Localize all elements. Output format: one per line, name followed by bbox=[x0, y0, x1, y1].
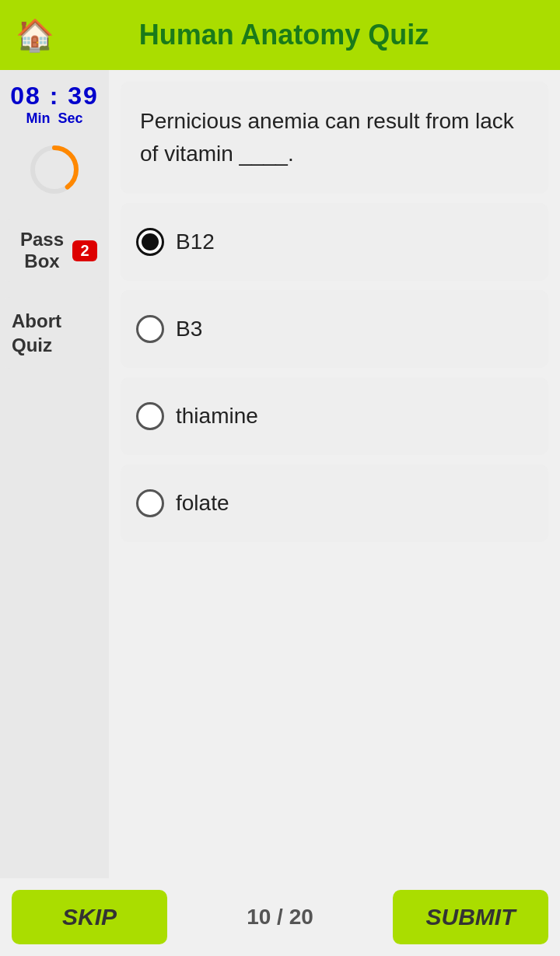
timer-spinner-icon bbox=[27, 142, 82, 197]
radio-b12-fill bbox=[142, 233, 159, 250]
option-thiamine-label: thiamine bbox=[176, 404, 258, 429]
radio-b12 bbox=[136, 228, 164, 256]
radio-b3 bbox=[136, 315, 164, 343]
abort-quiz-button[interactable]: Abort Quiz bbox=[4, 297, 105, 369]
sidebar: 08 : 39 Min Sec Pass Box 2 Abort Quiz bbox=[0, 70, 109, 878]
answer-option-folate[interactable]: folate bbox=[121, 464, 548, 542]
timer-section: 08 : 39 Min Sec bbox=[10, 82, 99, 127]
option-b3-label: B3 bbox=[176, 317, 202, 341]
abort-quiz-label: Abort Quiz bbox=[12, 310, 61, 355]
bottom-bar: SKIP 10 / 20 SUBMIT bbox=[0, 878, 560, 956]
page-title: Human Anatomy Quiz bbox=[70, 19, 498, 51]
home-icon[interactable]: 🏠 bbox=[16, 17, 54, 54]
pass-box-button[interactable]: Pass Box 2 bbox=[4, 219, 105, 282]
radio-thiamine bbox=[136, 402, 164, 430]
skip-label: SKIP bbox=[62, 904, 117, 930]
timer-display: 08 : 39 bbox=[10, 82, 99, 110]
answer-option-thiamine[interactable]: thiamine bbox=[121, 377, 548, 455]
spinner-container bbox=[27, 142, 82, 200]
skip-button[interactable]: SKIP bbox=[12, 890, 167, 944]
answer-option-b3[interactable]: B3 bbox=[121, 290, 548, 368]
header: 🏠 Human Anatomy Quiz bbox=[0, 0, 560, 70]
option-folate-label: folate bbox=[176, 491, 229, 516]
radio-folate bbox=[136, 489, 164, 517]
pass-badge-count: 2 bbox=[72, 240, 97, 261]
pass-box-label: Pass Box bbox=[12, 229, 72, 272]
main-layout: 08 : 39 Min Sec Pass Box 2 Abort Quiz bbox=[0, 70, 560, 878]
progress-indicator: 10 / 20 bbox=[247, 905, 313, 930]
min-label: Min bbox=[26, 110, 50, 127]
answer-option-b12[interactable]: B12 bbox=[121, 203, 548, 281]
timer-colon: : bbox=[50, 82, 68, 110]
sec-label: Sec bbox=[58, 110, 82, 127]
question-box: Pernicious anemia can result from lack o… bbox=[121, 82, 548, 194]
submit-button[interactable]: SUBMIT bbox=[393, 890, 548, 944]
content-area: Pernicious anemia can result from lack o… bbox=[109, 70, 560, 878]
timer-labels: Min Sec bbox=[26, 110, 82, 127]
option-b12-label: B12 bbox=[176, 229, 215, 254]
timer-seconds: 39 bbox=[68, 82, 99, 110]
submit-label: SUBMIT bbox=[425, 904, 515, 930]
question-text: Pernicious anemia can result from lack o… bbox=[140, 109, 514, 166]
timer-minutes: 08 bbox=[10, 82, 41, 110]
